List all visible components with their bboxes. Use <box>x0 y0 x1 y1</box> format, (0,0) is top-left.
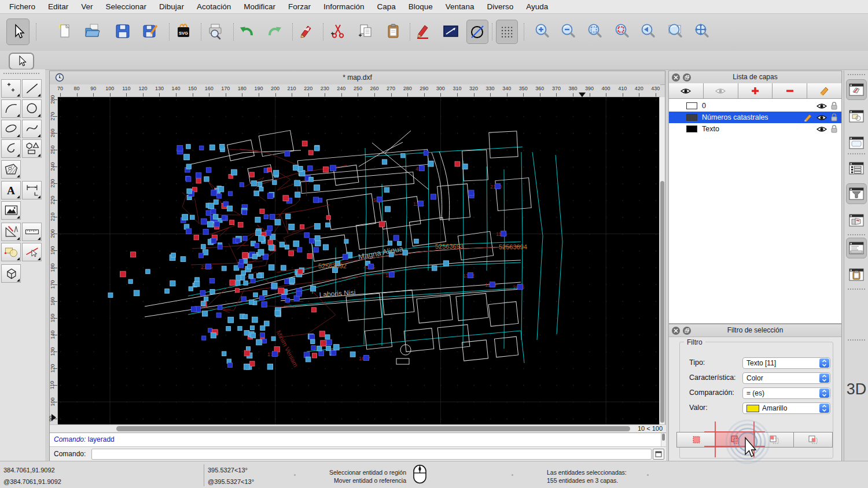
intersect-selection-button[interactable] <box>794 432 832 447</box>
command-input[interactable] <box>91 449 652 460</box>
svg-export-button[interactable]: SVG <box>173 20 194 43</box>
menu-ayuda[interactable]: Ayuda <box>526 2 548 11</box>
spline-tool-button[interactable] <box>22 120 42 138</box>
layer-row-0[interactable]: 0 <box>669 100 841 112</box>
filter-panel-header[interactable]: Filtro de selección <box>669 324 841 337</box>
menu-ver[interactable]: Ver <box>81 2 93 11</box>
menu-forzar[interactable]: Forzar <box>288 2 311 11</box>
eye-icon[interactable] <box>715 88 726 94</box>
command-history-scrollbar[interactable] <box>661 433 666 446</box>
lock-icon[interactable] <box>830 102 838 110</box>
hatch-tool-button[interactable] <box>1 160 21 179</box>
menu-editar[interactable]: Editar <box>48 2 68 11</box>
shapes-tool-button[interactable] <box>22 139 42 158</box>
menu-modificar[interactable]: Modificar <box>244 2 275 11</box>
menu-informacion[interactable]: Información <box>323 2 365 11</box>
copy-button[interactable] <box>355 20 376 43</box>
close-icon[interactable] <box>672 73 680 82</box>
zoom-selection-button[interactable] <box>612 20 632 43</box>
horizontal-scrollbar[interactable]: 10 < 100 <box>50 424 666 432</box>
redo-button[interactable] <box>264 20 285 43</box>
drawing-canvas[interactable]: 2156430515245558312112130112413421150261… <box>58 97 660 424</box>
paste-button[interactable] <box>383 20 404 43</box>
eye-icon[interactable] <box>681 88 691 94</box>
horizontal-scrollbar-thumb[interactable] <box>116 426 630 431</box>
filter-dropdown-3[interactable]: Amarillo <box>742 402 830 414</box>
box3d-tool-button[interactable] <box>1 264 21 283</box>
close-icon[interactable] <box>672 327 680 335</box>
detach-panel-icon[interactable] <box>683 73 691 82</box>
polyline-tool-button[interactable] <box>1 139 21 158</box>
zoom-in-button[interactable] <box>532 20 553 43</box>
circle-tool-button[interactable] <box>22 99 42 118</box>
points-tool-button[interactable] <box>1 79 21 98</box>
select-matching-button[interactable] <box>677 432 716 447</box>
menu-capa[interactable]: Capa <box>377 2 396 11</box>
layer-list-panel-button[interactable] <box>846 158 867 179</box>
remove-from-selection-button[interactable] <box>755 432 794 447</box>
zoom-auto-button[interactable] <box>584 20 605 43</box>
draw-pencil-button[interactable] <box>413 20 434 43</box>
command-history-scrollbar-thumb[interactable] <box>662 434 665 441</box>
remove-layer-button[interactable] <box>773 83 807 98</box>
menu-seleccionar[interactable]: Seleccionar <box>106 2 147 11</box>
line-tool-button[interactable] <box>22 79 42 98</box>
eye-icon[interactable] <box>816 103 827 109</box>
3d-label[interactable]: 3D <box>844 380 868 398</box>
save-button[interactable] <box>112 20 133 43</box>
line-tool-button[interactable] <box>440 20 461 43</box>
strip-drag-handle[interactable] <box>848 74 865 75</box>
menu-diverso[interactable]: Diverso <box>487 2 513 11</box>
menu-ventana[interactable]: Ventana <box>446 2 475 11</box>
property-editor-panel-button[interactable] <box>846 79 867 100</box>
zoom-pan-button[interactable] <box>692 20 712 43</box>
zoom-window-button[interactable] <box>665 20 686 43</box>
command-panel-toggle-button[interactable] <box>653 449 664 460</box>
filter-dropdown-2[interactable]: = (es) <box>742 387 830 399</box>
zoom-out-button[interactable] <box>558 20 579 43</box>
clipboard-panel-panel-button[interactable] <box>846 264 867 285</box>
zoom-previous-button[interactable] <box>638 20 659 43</box>
selection-tool-button[interactable] <box>9 53 34 70</box>
eye-icon[interactable] <box>816 126 827 132</box>
vertical-scrollbar[interactable] <box>659 97 665 424</box>
dimension-tool-button[interactable] <box>22 181 42 199</box>
menu-dibujar[interactable]: Dibujar <box>159 2 184 11</box>
circle-diagonal-button[interactable] <box>466 20 488 44</box>
add-to-selection-button[interactable] <box>716 432 755 447</box>
add-layer-button[interactable] <box>738 83 773 98</box>
palette-drag-handle[interactable] <box>3 73 39 76</box>
library-browser-panel-button[interactable] <box>846 132 867 153</box>
eye-icon[interactable] <box>816 114 827 121</box>
layer-row-2[interactable]: Texto <box>669 123 841 135</box>
filter-dropdown-0[interactable]: Texto [11] <box>742 357 830 369</box>
block-list-panel-button[interactable] <box>846 106 867 127</box>
print-preview-button[interactable] <box>205 20 226 43</box>
menu-bloque[interactable]: Bloque <box>409 2 433 11</box>
measure-tool-button[interactable] <box>22 223 42 241</box>
text-tool-button[interactable]: A <box>1 181 21 199</box>
dropdown-stepper-icon[interactable] <box>819 358 829 368</box>
layer-panel-header[interactable]: Lista de capas <box>669 71 841 84</box>
vertical-scrollbar-thumb[interactable] <box>660 181 664 423</box>
filter-dropdown-1[interactable]: Color <box>742 372 830 384</box>
grid-toggle-button[interactable] <box>496 20 518 44</box>
lock-icon[interactable] <box>830 113 838 121</box>
modify-tool-button[interactable] <box>1 243 21 261</box>
selection-filter-panel-button[interactable] <box>846 183 867 204</box>
dropdown-stepper-icon[interactable] <box>819 389 829 398</box>
arc-tool-button[interactable] <box>1 99 21 118</box>
menu-acotacion[interactable]: Acotación <box>197 2 231 11</box>
show-all-layers-button[interactable] <box>669 83 704 98</box>
selection-arrow-button[interactable] <box>6 19 30 45</box>
menu-fichero[interactable]: Fichero <box>9 2 35 11</box>
edit-layer-button[interactable] <box>807 83 841 98</box>
dropdown-stepper-icon[interactable] <box>819 404 829 413</box>
hide-all-layers-button[interactable] <box>704 83 738 98</box>
detach-panel-icon[interactable] <box>683 327 691 335</box>
new-file-button[interactable] <box>54 20 75 43</box>
lock-icon[interactable] <box>830 125 838 133</box>
open-file-button[interactable] <box>82 20 103 43</box>
layer-row-1[interactable]: Números catastrales <box>669 112 841 123</box>
ellipse-tool-button[interactable] <box>1 120 21 138</box>
